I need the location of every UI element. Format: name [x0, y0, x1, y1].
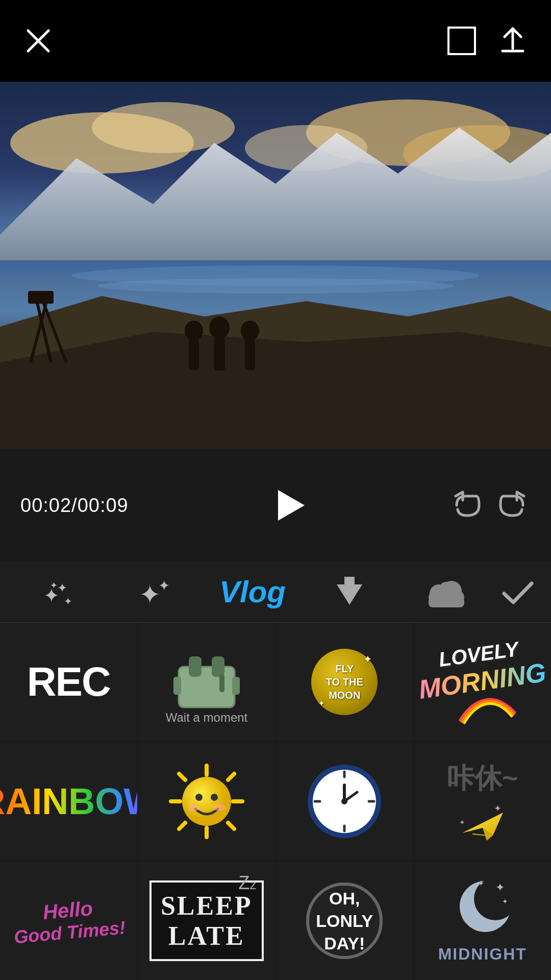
svg-rect-26 [28, 291, 54, 304]
expand-button[interactable] [444, 23, 480, 59]
svg-rect-2 [448, 28, 475, 54]
sticker-oh-lonly-day[interactable]: OH,LONLYDAY! [276, 862, 413, 980]
rec-label: REC [27, 658, 110, 705]
rainbow-label: RAINBOW [0, 780, 137, 822]
svg-rect-18 [189, 339, 199, 370]
svg-text:✦: ✦ [494, 803, 502, 814]
svg-point-21 [241, 321, 259, 341]
redo-button[interactable] [495, 487, 531, 523]
svg-point-54 [182, 777, 231, 826]
toolbar-sparkle2[interactable]: ✦ ✦ [107, 567, 204, 618]
close-button[interactable] [20, 23, 56, 59]
svg-text:✦: ✦ [495, 881, 505, 894]
svg-text:✦: ✦ [158, 578, 170, 594]
sticker-kyukyu[interactable]: 咔休~ ✦ ✦ [414, 742, 552, 861]
kyuu-text: 咔休~ [447, 760, 518, 797]
svg-marker-16 [0, 332, 551, 449]
toolbar-vlog[interactable]: Vlog [204, 567, 301, 618]
svg-point-56 [211, 794, 218, 801]
timeline-area: 00:02/00:09 [0, 449, 551, 561]
sticker-rainbow[interactable]: RAINBOW [0, 742, 137, 861]
sticker-fly-to-moon[interactable]: FLYTO THEMOON ✦ ✦ [276, 623, 413, 741]
sleep-late-label: SLEEPLATE [161, 891, 253, 951]
sticker-wait-a-moment[interactable]: Wait a moment [138, 623, 276, 741]
svg-marker-68 [462, 813, 503, 836]
vlog-label: Vlog [219, 574, 286, 609]
confirm-button[interactable] [495, 569, 541, 615]
sticker-sun[interactable] [138, 742, 276, 861]
svg-text:✦: ✦ [64, 596, 72, 607]
svg-text:✦: ✦ [459, 818, 465, 826]
play-icon [278, 490, 305, 521]
toolbar-arrow[interactable] [301, 567, 398, 618]
svg-text:Wait a moment: Wait a moment [166, 710, 247, 723]
svg-point-17 [185, 321, 203, 341]
svg-line-51 [228, 823, 234, 829]
play-button[interactable] [268, 485, 309, 526]
svg-line-50 [179, 774, 185, 780]
svg-text:✦: ✦ [50, 580, 58, 591]
fly-label: FLYTO THEMOON ✦ ✦ [311, 649, 378, 715]
svg-line-53 [179, 823, 185, 829]
midnight-label: MIDNIGHT [438, 945, 527, 964]
sticker-clock[interactable] [276, 742, 413, 861]
sticker-grid: REC Wait a moment [0, 623, 551, 980]
toolbar-stickers[interactable] [398, 567, 495, 618]
playback-bar: 00:02/00:09 [0, 485, 551, 526]
svg-marker-33 [337, 577, 362, 605]
sticker-midnight[interactable]: ✦ ✦ ✦ MIDNIGHT [414, 862, 552, 980]
top-bar [0, 0, 551, 82]
time-display: 00:02/00:09 [20, 495, 129, 517]
svg-point-55 [195, 794, 203, 801]
svg-rect-42 [173, 677, 181, 695]
sticker-sleep-late[interactable]: Zz SLEEPLATE [138, 862, 276, 980]
svg-rect-41 [212, 656, 224, 677]
undo-redo-group [449, 487, 531, 523]
share-button[interactable] [495, 23, 531, 59]
svg-point-58 [213, 804, 226, 811]
undo-button[interactable] [449, 487, 485, 523]
svg-rect-39 [179, 667, 235, 707]
svg-point-19 [209, 316, 230, 339]
sticker-hello-good-times[interactable]: Hello Good Times! [0, 862, 137, 980]
toolbar-items: ✦ ✦ ✦ ✦ ✦ ✦ Vlog [10, 567, 495, 618]
sticker-lovely-morning[interactable]: LOVELY MORNING [414, 623, 552, 741]
svg-rect-22 [245, 339, 255, 370]
svg-point-14 [97, 278, 454, 293]
video-preview [0, 82, 551, 449]
svg-rect-20 [214, 337, 225, 371]
toolbar-sparkle4[interactable]: ✦ ✦ ✦ ✦ [10, 567, 107, 618]
sticker-toolbar: ✦ ✦ ✦ ✦ ✦ ✦ Vlog [0, 561, 551, 623]
svg-point-57 [188, 804, 200, 811]
svg-line-52 [228, 774, 234, 780]
svg-point-37 [439, 582, 454, 597]
svg-rect-43 [232, 677, 240, 695]
oh-lonly-label: OH,LONLYDAY! [316, 887, 373, 955]
svg-rect-38 [429, 597, 464, 607]
svg-text:✦: ✦ [502, 897, 508, 905]
svg-rect-40 [189, 656, 202, 677]
svg-text:✦: ✦ [478, 879, 484, 888]
svg-point-67 [341, 798, 347, 804]
svg-rect-44 [219, 674, 224, 692]
svg-text:✦: ✦ [57, 581, 67, 595]
sticker-rec[interactable]: REC [0, 623, 137, 741]
